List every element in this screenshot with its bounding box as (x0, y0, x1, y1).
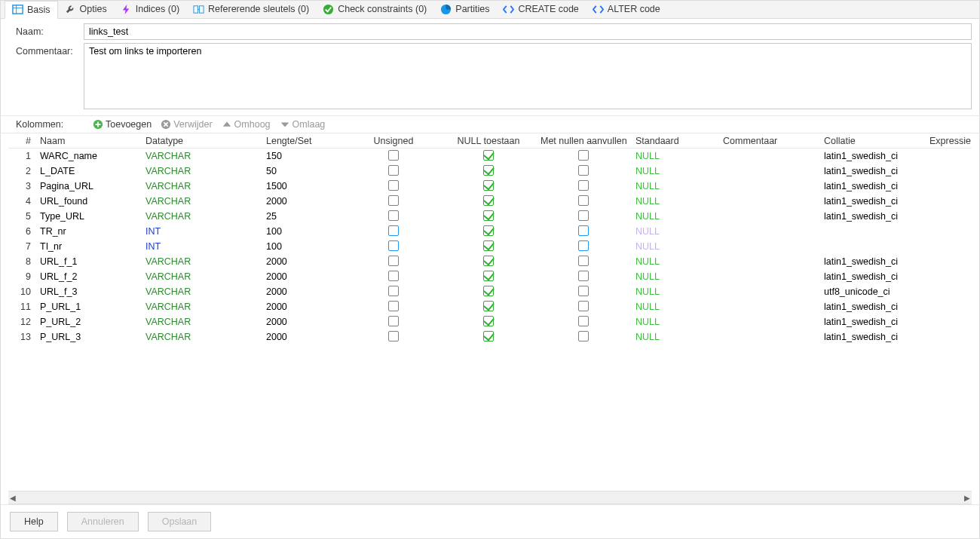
column-datatype[interactable]: VARCHAR (141, 271, 262, 282)
checkbox-icon[interactable] (578, 256, 589, 266)
checkbox-icon[interactable] (388, 301, 399, 311)
checkbox-icon[interactable] (388, 165, 399, 176)
column-name[interactable]: Type_URL (35, 211, 141, 222)
column-datatype[interactable]: INT (141, 241, 262, 252)
grid-body[interactable]: 1WARC_nameVARCHAR150NULLlatin1_swedish_c… (8, 149, 972, 491)
column-collation[interactable]: latin1_swedish_ci (819, 196, 925, 207)
column-datatype[interactable]: VARCHAR (141, 332, 262, 342)
column-length[interactable]: 100 (262, 226, 346, 237)
column-name[interactable]: TR_nr (35, 226, 141, 237)
scroll-left-icon[interactable]: ◀ (10, 494, 16, 502)
name-input[interactable] (84, 23, 972, 40)
checkbox-icon[interactable] (483, 301, 494, 311)
checkbox-icon[interactable] (578, 316, 589, 326)
column-zerofill[interactable] (536, 331, 631, 344)
tab-alter[interactable]: ALTER code (586, 2, 667, 18)
column-name[interactable]: URL_found (35, 196, 141, 207)
column-length[interactable]: 2000 (262, 302, 346, 312)
column-unsigned[interactable] (346, 331, 441, 344)
checkbox-icon[interactable] (578, 331, 589, 341)
checkbox-icon[interactable] (483, 286, 494, 296)
column-zerofill[interactable] (536, 225, 631, 238)
column-default[interactable]: NULL (631, 317, 718, 327)
column-unsigned[interactable] (346, 256, 441, 268)
column-name[interactable]: URL_f_3 (35, 286, 141, 297)
checkbox-icon[interactable] (388, 316, 399, 326)
table-row[interactable]: 2L_DATEVARCHAR50NULLlatin1_swedish_ci (8, 164, 972, 179)
column-default[interactable]: NULL (631, 226, 718, 237)
column-name[interactable]: WARC_name (35, 151, 141, 161)
checkbox-icon[interactable] (388, 240, 399, 251)
add-column-button[interactable]: Toevoegen (93, 119, 152, 130)
tab-part[interactable]: Partities (433, 2, 496, 18)
checkbox-icon[interactable] (483, 165, 494, 176)
column-datatype[interactable]: VARCHAR (141, 302, 262, 312)
table-row[interactable]: 3Pagina_URLVARCHAR1500NULLlatin1_swedish… (8, 179, 972, 194)
checkbox-icon[interactable] (483, 225, 494, 236)
column-zerofill[interactable] (536, 240, 631, 253)
column-length[interactable]: 2000 (262, 271, 346, 282)
table-row[interactable]: 11P_URL_1VARCHAR2000NULLlatin1_swedish_c… (8, 299, 972, 314)
checkbox-icon[interactable] (578, 165, 589, 176)
column-datatype[interactable]: VARCHAR (141, 166, 262, 176)
column-default[interactable]: NULL (631, 256, 718, 267)
column-unsigned[interactable] (346, 150, 441, 163)
column-null[interactable] (441, 195, 536, 208)
column-datatype[interactable]: VARCHAR (141, 181, 262, 191)
checkbox-icon[interactable] (578, 195, 589, 206)
checkbox-icon[interactable] (483, 150, 494, 161)
table-row[interactable]: 4URL_foundVARCHAR2000NULLlatin1_swedish_… (8, 194, 972, 209)
column-null[interactable] (441, 210, 536, 223)
checkbox-icon[interactable] (578, 180, 589, 191)
column-unsigned[interactable] (346, 225, 441, 238)
checkbox-icon[interactable] (388, 180, 399, 191)
column-null[interactable] (441, 165, 536, 178)
tab-basis[interactable]: Basis (5, 1, 58, 19)
column-unsigned[interactable] (346, 286, 441, 299)
column-null[interactable] (441, 316, 536, 329)
column-length[interactable]: 50 (262, 166, 346, 176)
checkbox-icon[interactable] (483, 256, 494, 266)
checkbox-icon[interactable] (578, 150, 589, 161)
column-null[interactable] (441, 180, 536, 193)
column-name[interactable]: Pagina_URL (35, 181, 141, 191)
column-name[interactable]: URL_f_1 (35, 256, 141, 267)
checkbox-icon[interactable] (578, 286, 589, 296)
column-default[interactable]: NULL (631, 271, 718, 282)
column-name[interactable]: P_URL_1 (35, 302, 141, 312)
table-row[interactable]: 13P_URL_3VARCHAR2000NULLlatin1_swedish_c… (8, 329, 972, 345)
column-collation[interactable]: latin1_swedish_ci (819, 332, 925, 342)
column-null[interactable] (441, 256, 536, 268)
column-null[interactable] (441, 150, 536, 163)
move-down-button[interactable]: Omlaag (280, 119, 326, 130)
column-null[interactable] (441, 301, 536, 314)
column-length[interactable]: 2000 (262, 196, 346, 207)
checkbox-icon[interactable] (483, 210, 494, 221)
table-row[interactable]: 10URL_f_3VARCHAR2000NULLutf8_unicode_ci (8, 284, 972, 299)
column-null[interactable] (441, 331, 536, 344)
column-length[interactable]: 150 (262, 151, 346, 161)
column-datatype[interactable]: VARCHAR (141, 211, 262, 222)
checkbox-icon[interactable] (578, 271, 589, 281)
cancel-button[interactable]: Annuleren (67, 512, 139, 531)
column-datatype[interactable]: VARCHAR (141, 317, 262, 327)
column-default[interactable]: NULL (631, 286, 718, 297)
comment-textarea[interactable] (84, 43, 972, 109)
column-unsigned[interactable] (346, 301, 441, 314)
column-zerofill[interactable] (536, 210, 631, 223)
column-name[interactable]: L_DATE (35, 166, 141, 176)
checkbox-icon[interactable] (388, 271, 399, 281)
table-row[interactable]: 9URL_f_2VARCHAR2000NULLlatin1_swedish_ci (8, 269, 972, 284)
column-datatype[interactable]: VARCHAR (141, 151, 262, 161)
column-default[interactable]: NULL (631, 241, 718, 252)
column-length[interactable]: 25 (262, 211, 346, 222)
column-default[interactable]: NULL (631, 332, 718, 342)
help-button[interactable]: Help (10, 512, 58, 531)
checkbox-icon[interactable] (388, 195, 399, 206)
column-length[interactable]: 1500 (262, 181, 346, 191)
column-unsigned[interactable] (346, 271, 441, 283)
column-collation[interactable]: latin1_swedish_ci (819, 271, 925, 282)
table-row[interactable]: 6TR_nrINT100NULL (8, 224, 972, 239)
checkbox-icon[interactable] (578, 210, 589, 221)
column-zerofill[interactable] (536, 316, 631, 329)
